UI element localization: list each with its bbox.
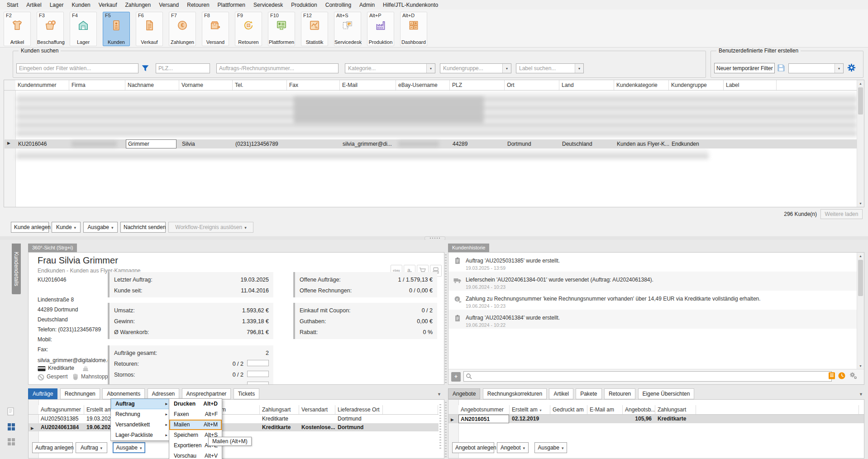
chevron-down-icon[interactable]: ▼ xyxy=(437,392,441,397)
menu-kunden[interactable]: Kunden xyxy=(67,1,94,9)
history-item[interactable]: Zahlung zu Rechnungsnummer 'keine Rechnu… xyxy=(466,296,855,302)
cell-angebotsnummer-edit[interactable]: AN2016051 xyxy=(458,415,509,423)
column-header[interactable]: Zahlungsart xyxy=(655,405,696,414)
offer-menu-button[interactable]: Angebot▾ xyxy=(497,442,529,453)
send-message-button[interactable]: Nachricht senden xyxy=(120,222,166,233)
column-header[interactable]: Firma xyxy=(69,80,125,90)
kategorie-select[interactable]: Kategorie... ▾ xyxy=(345,63,435,73)
menu-servicedesk[interactable]: Servicedesk xyxy=(249,1,287,9)
submenu-item-vorschau[interactable]: VorschauAlt+V xyxy=(169,451,222,459)
tab-abonnements[interactable]: Abonnements xyxy=(102,388,145,399)
history-item[interactable]: Auftrag 'AU2025031385' wurde erstellt. xyxy=(466,258,846,264)
toolbar-dashboard-button[interactable]: Alt+D Dashboard xyxy=(400,12,427,46)
tab-360-view[interactable]: 360°-Sicht (Strg+i) xyxy=(28,244,77,252)
tab-angebote[interactable]: Angebote xyxy=(448,388,480,399)
search-input[interactable] xyxy=(16,63,138,73)
history-item[interactable]: Auftrag 'AU2024061384' wurde erstellt. xyxy=(466,315,846,321)
menu-produktion[interactable]: Produktion xyxy=(287,1,321,9)
tab-eigene-uebersichten[interactable]: Eigene Übersichten xyxy=(638,388,695,399)
new-temp-filter-button[interactable]: Neuer temporärer Filter xyxy=(714,63,775,73)
menu-verkauf[interactable]: Verkauf xyxy=(95,1,121,9)
column-header[interactable]: Kundennummer xyxy=(15,80,69,90)
column-header[interactable]: Nachname xyxy=(125,80,179,90)
menu-plattformen[interactable]: Plattformen xyxy=(214,1,249,9)
tab-adressen[interactable]: Adressen xyxy=(148,388,180,399)
toolbar-servicedesk-button[interactable]: Alt+S Servicedesk xyxy=(334,12,361,46)
toolbar-produktion-button[interactable]: Alt+P Produktion xyxy=(367,12,394,46)
create-customer-button[interactable]: Kunde anlegen xyxy=(11,222,49,233)
add-history-entry-button[interactable]: + xyxy=(451,372,461,382)
menu-zahlungen[interactable]: Zahlungen xyxy=(121,1,155,9)
column-header[interactable]: Zahlungsart xyxy=(260,405,299,414)
vertical-splitter[interactable] xyxy=(445,253,447,383)
submenu-item-faxen[interactable]: FaxenAlt+F xyxy=(169,409,222,420)
menu-item-auftrag[interactable]: Auftrag▸ xyxy=(111,399,170,409)
kundengruppe-select[interactable]: Kundengruppe... ▾ xyxy=(440,63,511,73)
tab-rechnungen[interactable]: Rechnungen xyxy=(60,388,100,399)
grid-scrollbar[interactable] xyxy=(439,403,441,449)
toolbar-kunden-button[interactable]: F5 Kunden xyxy=(103,12,130,46)
column-header[interactable]: Fax xyxy=(287,80,340,90)
output-menu-button[interactable]: Ausgabe▾ xyxy=(83,222,118,233)
scroll-down-icon[interactable]: ▼ xyxy=(857,200,864,207)
menu-versand[interactable]: Versand xyxy=(155,1,183,9)
tab-ansprechpartner[interactable]: Ansprechpartner xyxy=(182,388,231,399)
menu-item-rechnung[interactable]: Rechnung▸ xyxy=(111,409,170,420)
column-header-sorted[interactable]: Erstellt am ▼ xyxy=(510,405,550,414)
toolbar-retouren-button[interactable]: F9 Retouren xyxy=(235,12,262,46)
column-header[interactable]: Tel. xyxy=(233,80,287,90)
column-header[interactable]: E-Mail xyxy=(340,80,396,90)
toolbar-statistik-button[interactable]: F12 % Statistik xyxy=(301,12,328,46)
column-header[interactable]: Angebotsb... xyxy=(623,405,655,414)
order-row[interactable]: AU2025031385 19.03.2025 Wawi Kreditkarte… xyxy=(29,415,439,423)
history-scrollbar[interactable]: ▲ ▼ xyxy=(857,253,864,369)
load-more-button[interactable]: Weitere laden xyxy=(820,209,863,219)
column-header[interactable]: Gedruckt am xyxy=(550,405,587,414)
email-line[interactable]: silvia_grimmer@digitaldome.de xyxy=(38,357,114,363)
menu-retouren[interactable]: Retouren xyxy=(183,1,213,9)
submenu-item-mailen[interactable]: MailenAlt+M xyxy=(169,420,222,430)
column-header[interactable]: eBay-Username xyxy=(396,80,450,90)
vertical-splitter[interactable] xyxy=(445,402,447,457)
column-header[interactable]: Ort xyxy=(505,80,559,90)
chevron-down-icon[interactable]: ▼ xyxy=(859,392,863,397)
order-menu-button[interactable]: Auftrag▾ xyxy=(76,442,107,453)
toolbar-zahlungen-button[interactable]: F7 € Zahlungen xyxy=(169,12,196,46)
tab-artikel[interactable]: Artikel xyxy=(549,388,573,399)
menu-item-versandetikett[interactable]: Versandetikett▸ xyxy=(111,420,170,430)
customer-menu-button[interactable]: Kunde▾ xyxy=(52,222,81,233)
create-order-button[interactable]: Auftrag anlegen xyxy=(32,442,73,453)
submenu-item-drucken[interactable]: DruckenAlt+D xyxy=(169,399,222,409)
column-header[interactable]: Kundengruppe xyxy=(669,80,724,90)
tab-pakete[interactable]: Pakete xyxy=(576,388,601,399)
tab-tickets[interactable]: Tickets xyxy=(234,388,260,399)
column-header[interactable]: Kundenkategorie xyxy=(614,80,669,90)
offer-row-selected[interactable]: ▶ AN2016051 02.12.2019 105,96 Kreditkart… xyxy=(448,415,864,423)
menu-admin[interactable]: Admin xyxy=(355,1,379,9)
saved-filter-select[interactable]: ▾ xyxy=(788,63,844,73)
report-icon[interactable] xyxy=(7,407,17,417)
menu-artikel[interactable]: Artikel xyxy=(22,1,45,9)
customers-table-scrollbar[interactable]: ▲ ▼ xyxy=(857,80,864,207)
history-clock-icon[interactable] xyxy=(838,372,846,381)
layout-grid-alt-icon[interactable] xyxy=(7,437,17,447)
column-header[interactable]: Versandart xyxy=(299,405,335,414)
toolbar-artikel-button[interactable]: F2 Artikel xyxy=(4,12,31,46)
tab-auftraege[interactable]: Aufträge xyxy=(28,388,57,399)
column-header[interactable]: Label xyxy=(724,80,777,90)
column-header[interactable]: Lieferadresse Ort xyxy=(335,405,383,414)
menu-lager[interactable]: Lager xyxy=(46,1,68,9)
cell-nachname-edit[interactable]: Grimmer xyxy=(126,139,176,148)
toolbar-lager-button[interactable]: F4 Lager xyxy=(70,12,97,46)
workflow-event-button[interactable]: Workflow-Ereignis auslösen▾ xyxy=(168,222,253,233)
menu-start[interactable]: Start xyxy=(3,1,22,9)
history-item[interactable]: Lieferschein 'AU2024061384-001' wurde ve… xyxy=(466,277,846,283)
scroll-up-icon[interactable]: ▲ xyxy=(857,80,864,87)
offer-output-menu-button[interactable]: Ausgabe▾ xyxy=(534,442,567,453)
filter-settings-gear-icon[interactable] xyxy=(847,63,856,73)
order-output-menu-button[interactable]: Ausgabe▾ xyxy=(113,442,145,453)
label-select[interactable]: Label suchen... ▾ xyxy=(516,63,584,73)
column-header[interactable]: PLZ xyxy=(450,80,505,90)
filter-funnel-icon[interactable] xyxy=(141,64,149,74)
column-header[interactable]: Auftragsnummer xyxy=(38,405,84,414)
